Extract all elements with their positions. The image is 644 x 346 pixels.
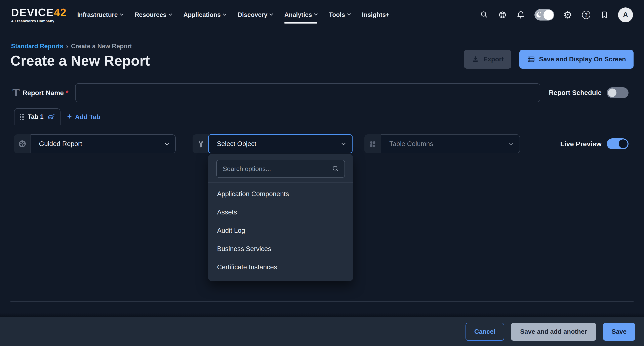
content-divider [10,301,634,301]
live-preview-toggle[interactable] [607,138,628,149]
nav-item-discovery[interactable]: Discovery [238,0,272,30]
bookmark-icon[interactable] [600,10,609,20]
nav-item-analytics[interactable]: Analytics [284,0,317,30]
chevron-down-icon [314,12,318,16]
save-and-display-button[interactable]: Save and Display On Screen [520,50,634,69]
chevron-down-icon [270,12,273,16]
chevron-down-icon [509,141,514,145]
sparkle-icon: ✦ [539,11,542,14]
toggle-knob [544,10,554,20]
target-icon [14,134,30,153]
chevron-down-icon [169,12,172,16]
nav-item-infrastructure[interactable]: Infrastructure [77,0,123,30]
toggle-knob [608,89,616,97]
globe-icon[interactable] [498,10,507,20]
breadcrumb: Standard Reports › Create a New Report [11,43,132,50]
table-icon [527,55,535,63]
report-name-label: Report Name* [22,89,68,97]
report-schedule-group: Report Schedule [549,83,628,102]
create-report-page: DEVICE42 A Freshworks Company Infrastruc… [0,0,644,346]
header-actions: Export Save and Display On Screen [464,50,634,69]
nav-item-resources[interactable]: Resources [135,0,172,30]
page-title: Create a New Report [10,53,150,69]
dropdown-option-assets[interactable]: Assets [208,203,353,221]
save-button[interactable]: Save [603,323,635,341]
live-preview-group: Live Preview [560,134,628,153]
dropdown-option-audit-log[interactable]: Audit Log [208,221,353,240]
report-type-select[interactable]: Guided Report [30,134,176,153]
help-icon[interactable]: ? [582,10,591,20]
chevron-down-icon [120,12,124,16]
logo-tagline: A Freshworks Company [11,19,54,23]
nav-utilities: ✦ ✦ ⚙ ? A [480,8,633,22]
footer-action-bar: Cancel Save and add another Save [0,317,644,346]
dropdown-option-business-services[interactable]: Business Services [208,240,353,258]
report-name-row: T Report Name* Report Schedule [10,83,628,103]
breadcrumb-current: Create a New Report [71,43,132,50]
nav-item-applications[interactable]: Applications [183,0,226,30]
tab-tab1[interactable]: Tab 1 [14,108,60,125]
top-nav: DEVICE42 A Freshworks Company Infrastruc… [0,0,644,30]
object-dropdown-panel: Application Components Assets Audit Log … [208,154,353,281]
bell-icon[interactable] [516,10,526,20]
drag-handle-icon[interactable] [20,114,24,120]
dropdown-options: Application Components Assets Audit Log … [208,183,353,281]
dropdown-search [216,160,345,178]
edit-icon[interactable] [48,113,55,121]
save-and-add-another-button[interactable]: Save and add another [511,323,596,341]
dropdown-search-input[interactable] [217,165,344,173]
search-icon[interactable] [480,10,489,20]
logo-wordmark: DEVICE42 [11,7,67,18]
tab-bar: Tab 1 + Add Tab [10,109,634,125]
gear-icon[interactable]: ⚙ [563,10,572,20]
table-columns-control: Table Columns [364,134,520,153]
device42-logo[interactable]: DEVICE42 A Freshworks Company [11,7,67,23]
cancel-button[interactable]: Cancel [466,323,504,341]
chevron-down-icon [223,12,226,16]
dropdown-option-application-components[interactable]: Application Components [208,185,353,203]
toggle-knob [619,139,628,148]
wrench-icon [192,134,209,153]
report-schedule-toggle[interactable] [607,87,628,98]
nav-item-insights[interactable]: Insights+ [362,0,390,30]
live-preview-label: Live Preview [560,140,602,148]
report-type-control: Guided Report [14,134,176,153]
plus-icon: + [67,112,72,121]
report-name-input[interactable] [75,83,540,102]
dropdown-option-certificate-instances[interactable]: Certificate Instances [208,258,353,276]
required-asterisk: * [66,89,68,97]
table-columns-select[interactable]: Table Columns [381,134,520,153]
search-icon [332,165,340,173]
theme-toggle[interactable]: ✦ ✦ [534,9,554,21]
avatar[interactable]: A [618,8,633,22]
report-schedule-label: Report Schedule [549,89,602,97]
breadcrumb-link-standard-reports[interactable]: Standard Reports [11,43,63,50]
columns-icon [364,134,381,153]
add-tab-button[interactable]: + Add Tab [62,109,106,125]
nav-item-tools[interactable]: Tools [329,0,350,30]
download-icon [472,56,479,63]
main-menu: Infrastructure Resources Applications Di… [77,0,389,30]
export-button[interactable]: Export [464,50,511,69]
object-control: Select Object [192,134,352,153]
text-icon: T [12,87,20,99]
breadcrumb-separator: › [66,43,68,50]
chevron-down-icon [164,141,169,145]
chevron-down-icon [341,141,346,145]
object-select[interactable]: Select Object [208,134,352,153]
chevron-down-icon [347,12,351,16]
